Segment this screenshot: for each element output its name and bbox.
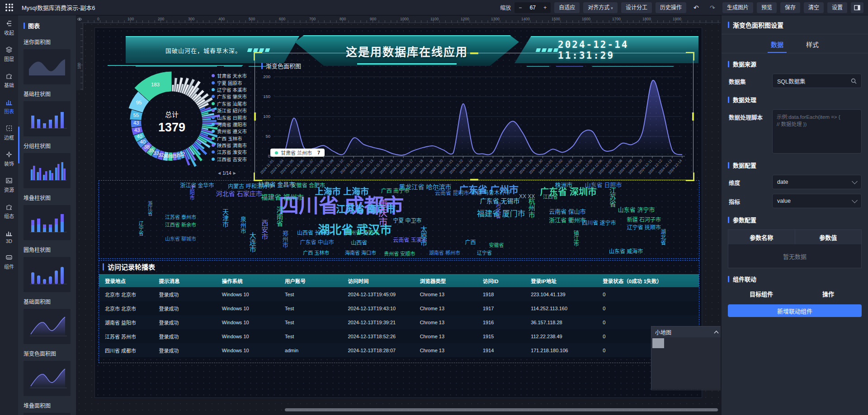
zoom-minus-button[interactable]: − bbox=[514, 5, 526, 11]
vertical-ruler: 100200300400500600700800900100011001200 bbox=[76, 23, 83, 90]
toolbar-action-0[interactable]: 生成图片 bbox=[722, 2, 753, 13]
toolbar-action-1[interactable]: 预览 bbox=[757, 2, 777, 13]
data-process-script-input[interactable] bbox=[772, 109, 862, 154]
wordcloud-term: 河北省 石家庄市 bbox=[216, 191, 262, 197]
wordcloud-term: 山东省 济宁市 bbox=[618, 207, 655, 213]
sidebar-item-3D[interactable]: 3D bbox=[0, 224, 18, 249]
component-item-基础面积图[interactable] bbox=[24, 309, 71, 344]
param-table: 参数名称参数值 暂无数据 bbox=[728, 229, 862, 268]
sidebar-item-收起[interactable]: 收起 bbox=[0, 15, 18, 41]
table-column-header: 用户账号 bbox=[279, 277, 342, 284]
sidebar-item-基础[interactable]: 基础 bbox=[0, 67, 18, 93]
sidebar-item-装饰[interactable]: 装饰 bbox=[0, 146, 18, 172]
minimap-header[interactable]: 小地图 bbox=[651, 326, 722, 337]
redo-icon[interactable]: ↷ bbox=[706, 4, 719, 11]
component-item-label: 堆叠柱状图 bbox=[24, 194, 71, 201]
eye-icon[interactable] bbox=[76, 16, 83, 23]
minimap-body[interactable] bbox=[651, 337, 722, 389]
legend-item[interactable]: 宁夏 固原市 bbox=[212, 79, 253, 86]
legend-item[interactable]: 甘肃省 天水市 bbox=[212, 72, 253, 79]
legend-item[interactable]: 山东省 日照市 bbox=[212, 114, 253, 121]
component-item-迷你面积图[interactable] bbox=[24, 49, 71, 84]
collapse-right-panel-icon[interactable] bbox=[851, 2, 863, 13]
legend-pagination[interactable]: ◀ 1/14 ▶ bbox=[218, 171, 236, 176]
donut-chart-component[interactable]: 222525283032333538404043435595183 总计 137… bbox=[104, 68, 253, 181]
svg-text:500: 500 bbox=[249, 17, 255, 21]
legend-item[interactable]: 广东省 肇庆市 bbox=[212, 93, 253, 100]
component-item-label: 基础面积图 bbox=[24, 298, 71, 305]
component-item-基础柱状图[interactable] bbox=[24, 101, 71, 136]
svg-text:400: 400 bbox=[218, 17, 225, 21]
zoom-plus-button[interactable]: + bbox=[539, 5, 551, 11]
border-icon bbox=[5, 125, 13, 132]
table-column-header: 浏览器类型 bbox=[414, 277, 477, 284]
script-label: 数据处理脚本 bbox=[729, 109, 772, 121]
section-linkage: 组件联动 bbox=[722, 268, 868, 285]
component-item-label: 圆角柱状图 bbox=[24, 246, 71, 253]
svg-text:95: 95 bbox=[136, 100, 142, 105]
wordcloud-term: 江西省 新余市 bbox=[165, 223, 196, 228]
toolbar-action-3[interactable]: 清空 bbox=[804, 2, 824, 13]
add-linkage-button[interactable]: 新增联动组件 bbox=[728, 304, 862, 317]
component-item-堆叠柱状图[interactable] bbox=[24, 205, 71, 240]
metric-select[interactable]: value bbox=[772, 194, 862, 208]
horizontal-scrollbar[interactable] bbox=[285, 408, 718, 411]
svg-text:1600: 1600 bbox=[582, 17, 590, 21]
image-icon bbox=[5, 177, 13, 184]
legend-item[interactable]: 江苏省 淮安市 bbox=[212, 149, 253, 155]
legend-item[interactable]: 河南省 濮阳市 bbox=[212, 121, 253, 128]
sidebar-item-组件[interactable]: 组件 bbox=[0, 249, 18, 275]
svg-text:100: 100 bbox=[127, 17, 134, 21]
panel-scroll-indicator[interactable] bbox=[18, 126, 19, 163]
wordcloud-term: 云南省 保山市 bbox=[549, 209, 586, 214]
component-item-分组柱状图[interactable] bbox=[24, 153, 71, 188]
legend-item[interactable]: 贵州省 遵义市 bbox=[212, 128, 253, 135]
component-item-渐变色面积图[interactable] bbox=[24, 361, 71, 396]
sidebar-item-组态[interactable]: 组态 bbox=[0, 198, 18, 224]
gradient-area-chart[interactable]: 0501001502002024-11-012024-11-042024-11-… bbox=[255, 71, 691, 179]
sidebar-item-边框[interactable]: 边框 bbox=[0, 120, 18, 146]
wordcloud-term: 江苏省 泰州市 bbox=[165, 215, 196, 220]
gradient-area-chart-component[interactable]: 渐变色面积图 0501001502002024-11-012024-11-042… bbox=[255, 53, 693, 180]
table-component[interactable]: 访问记录轮播表 登录地点提示消息操作系统用户账号访问时间浏览器类型访问ID登录I… bbox=[99, 260, 699, 363]
banner-slogan: 国破山河在，城春草木深。 bbox=[165, 46, 241, 55]
legend-page-indicator: 1/14 bbox=[222, 171, 231, 176]
toolbar-button-2[interactable]: 设计分工 bbox=[621, 2, 652, 13]
sidebar-item-图层[interactable]: 图层 bbox=[0, 41, 18, 67]
settings-tab-数据[interactable]: 数据 bbox=[771, 40, 783, 53]
wordcloud-term: 浙江省 衢州市 bbox=[549, 217, 586, 223]
legend-item[interactable]: 陕西省 渭南市 bbox=[212, 142, 253, 149]
zoom-value[interactable]: 67 bbox=[526, 5, 539, 11]
component-item-堆叠面积图[interactable] bbox=[24, 413, 71, 415]
svg-text:1500: 1500 bbox=[552, 17, 560, 21]
legend-item[interactable]: 江西省 吉安市 bbox=[212, 156, 253, 163]
section-data-config: 数据配置 bbox=[722, 154, 868, 171]
sidebar-item-资源[interactable]: 资源 bbox=[0, 172, 18, 198]
legend-item[interactable]: 广东省 汕尾市 bbox=[212, 100, 253, 107]
section-param-config: 参数配置 bbox=[722, 209, 868, 226]
dataset-select[interactable]: SQL数据集 bbox=[772, 74, 862, 88]
toolbar-action-4[interactable]: 设置 bbox=[827, 2, 847, 13]
module-icon bbox=[5, 203, 13, 210]
wordcloud-component[interactable]: 四川省 成都市湖北省 武汉市江苏省 南京市广东省 广州市广东省 深圳市上海市 上… bbox=[99, 180, 699, 259]
wordcloud-term: 镇江市 bbox=[573, 230, 578, 247]
wordcloud-term: 山东省 威海市 bbox=[609, 249, 643, 254]
toolbar-button-1[interactable]: 对齐方式▾ bbox=[583, 2, 618, 13]
undo-icon[interactable]: ↶ bbox=[690, 4, 703, 11]
settings-tab-样式[interactable]: 样式 bbox=[806, 40, 819, 53]
legend-item[interactable]: 浙江省 绍兴市 bbox=[212, 107, 253, 114]
legend-item[interactable]: 广西 玉林市 bbox=[212, 135, 253, 142]
minimap-viewport[interactable] bbox=[652, 338, 664, 348]
chart-component-panel: 图表 迷你面积图基础柱状图分组柱状图堆叠柱状图圆角柱状图基础面积图渐变色面积图堆… bbox=[18, 15, 76, 415]
donut-total-value: 1379 bbox=[145, 121, 199, 135]
toolbar-button-0[interactable]: 自适应 bbox=[554, 2, 580, 13]
component-item-圆角柱状图[interactable] bbox=[24, 257, 71, 292]
linkage-column-header: 操作 bbox=[795, 289, 862, 298]
wordcloud-term: 太原市 bbox=[420, 226, 427, 246]
toolbar-action-2[interactable]: 保存 bbox=[780, 2, 800, 13]
toolbar-button-3[interactable]: 历史操作 bbox=[656, 2, 686, 13]
apps-grid-icon[interactable] bbox=[5, 4, 14, 12]
legend-item[interactable]: 辽宁省 本溪市 bbox=[212, 86, 253, 93]
sidebar-item-图表[interactable]: 图表 bbox=[0, 93, 18, 120]
dimension-select[interactable]: date bbox=[772, 175, 862, 189]
